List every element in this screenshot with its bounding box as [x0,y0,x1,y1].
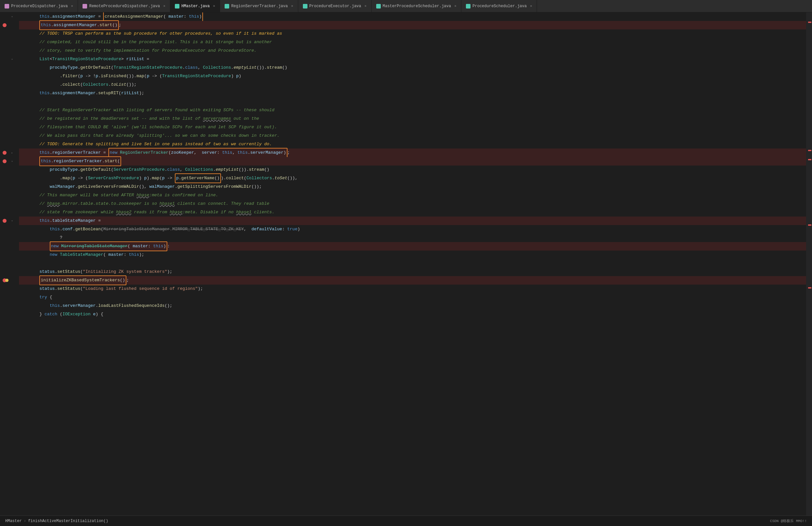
code-text [19,285,39,293]
marker-row [0,225,9,234]
code-text: this [129,251,139,259]
marker-row[interactable] [0,157,9,166]
code-text: . [231,63,234,72]
tab-proceduredispatcher[interactable]: ProcedureDispatcher.java × [0,0,78,12]
code-text: zooKeeper [171,150,194,155]
code-line: .map(p -> (ServerCrashProcedure) p).map(… [19,174,806,182]
marker-row [0,174,9,182]
marker-row[interactable] [0,216,9,225]
close-icon[interactable]: × [364,4,367,8]
code-content[interactable]: this.assignmentManager = createAssignmen… [15,12,806,515]
code-text: p [162,174,165,182]
code-line: // state from zookeeper while hbase2 rea… [19,208,806,216]
fold-indicator[interactable]: ▾ [9,12,15,21]
code-text: getLiveServersFromWALDir [77,182,139,191]
code-text: , [232,150,238,155]
code-text [19,216,39,225]
code-line: this.serverManager.loadLastFlushedSequen… [19,302,806,310]
debug-highlight: new MirroringTableStateManager( master: … [50,241,167,251]
code-text: . [19,174,62,182]
code-text: status [39,285,55,293]
breakpoint-yellow [5,279,9,282]
code-text: map [62,174,70,182]
tab-procedureexecutor[interactable]: ProcedureExecutor.java × [298,0,372,12]
debug-highlight: this.assignmentManager.start() [39,20,118,30]
breadcrumb-file[interactable]: HMaster [5,519,21,523]
tab-regionservertracker[interactable]: RegionServerTracker.java × [220,0,298,12]
code-text: tableStateManager [52,216,96,225]
code-text: TransitRegionStateProcedure [114,63,183,72]
code-text: createAssignmentManager [104,14,163,19]
marker-row [0,55,9,63]
code-text: { [47,293,53,302]
code-text: . [183,63,185,72]
code-line: // hbase.mirror.table.state.to.zookeeper… [19,199,806,208]
breadcrumb: HMaster › finishActiveMasterInitializati… [5,519,108,523]
code-text: getOrDefault [80,166,111,174]
code-text: ? [19,234,62,242]
code-text: . [50,149,53,157]
fold-indicator[interactable]: ▸ [9,149,15,157]
code-text: = [144,55,149,63]
breakpoint-indicator [3,159,6,163]
code-text: , [198,63,203,72]
close-icon[interactable]: × [163,4,165,8]
tab-procedurescheduler[interactable]: ProcedureScheduler.java × [461,0,537,12]
tab-hmaster[interactable]: HMaster.java × [170,0,220,12]
code-text: . [55,268,57,276]
marker-row [0,106,9,115]
marker-row [0,191,9,199]
code-text: ; [119,21,121,29]
fold-indicator [9,123,15,132]
code-text: :meta is confirmed on line. [149,191,218,199]
code-text: TableStateManager [60,251,103,259]
close-icon[interactable]: × [454,4,456,8]
code-text: < [50,55,53,63]
marker-row[interactable] [0,276,9,285]
code-text: ( [77,72,80,80]
scroll-minimap[interactable] [806,12,812,515]
code-text: getSplittingServersFromWALDir [177,182,251,191]
minimap-indicator [808,21,811,23]
code-text: RegionServerTracker [120,150,168,155]
tab-label: ProcedureScheduler.java [473,4,527,9]
fold-indicator [9,259,15,268]
tab-masterprocedurescheduler[interactable]: MasterProcedureScheduler.java × [372,0,461,12]
close-icon[interactable]: × [291,4,293,8]
debug-highlight: new RegionServerTracker(zooKeeper, serve… [108,148,287,158]
code-line-highlighted: new MirroringTableStateManager( master: … [19,242,806,251]
marker-row [0,268,9,276]
breadcrumb-method[interactable]: finishActiveMasterInitialization() [28,519,108,523]
code-text: hbase1 [159,199,175,208]
code-text: "Initializing ZK system trackers" [83,268,167,276]
code-text: . [170,225,172,234]
code-line: // story, need to verify the implementat… [19,46,806,55]
fold-indicator[interactable]: ▾ [9,216,15,225]
close-icon[interactable]: × [213,4,215,8]
code-text: : [184,14,189,19]
marker-row[interactable] [0,149,9,157]
code-text: this [39,89,49,97]
fold-indicator[interactable]: ▾ [9,55,15,63]
fold-indicator[interactable]: ▾ [9,157,15,166]
code-text: TransitRegionStateProcedure [162,72,231,80]
close-icon[interactable]: × [71,4,73,8]
code-text: : [167,242,170,251]
marker-row [0,234,9,242]
close-icon[interactable]: × [530,4,532,8]
fold-indicator [9,199,15,208]
code-text: hbase [47,199,60,208]
code-text: this [237,150,248,155]
marker-row[interactable] [0,21,9,29]
breakpoint-indicator [3,151,6,155]
code-line: this.assignmentManager = createAssignmen… [19,12,806,21]
code-line-highlighted: this.regionServerTracker = new RegionSer… [19,149,806,157]
code-text: () [282,63,288,72]
code-text [19,276,39,285]
code-text: ( [57,310,62,319]
code-text: TransitRegionStateProcedure [52,55,121,63]
code-text [19,166,50,174]
tab-remoteproceduredispatcher[interactable]: RemoteProcedureDispatcher.java × [78,0,170,12]
fold-arrow-down: ▾ [11,58,13,61]
code-text: : [124,251,129,259]
